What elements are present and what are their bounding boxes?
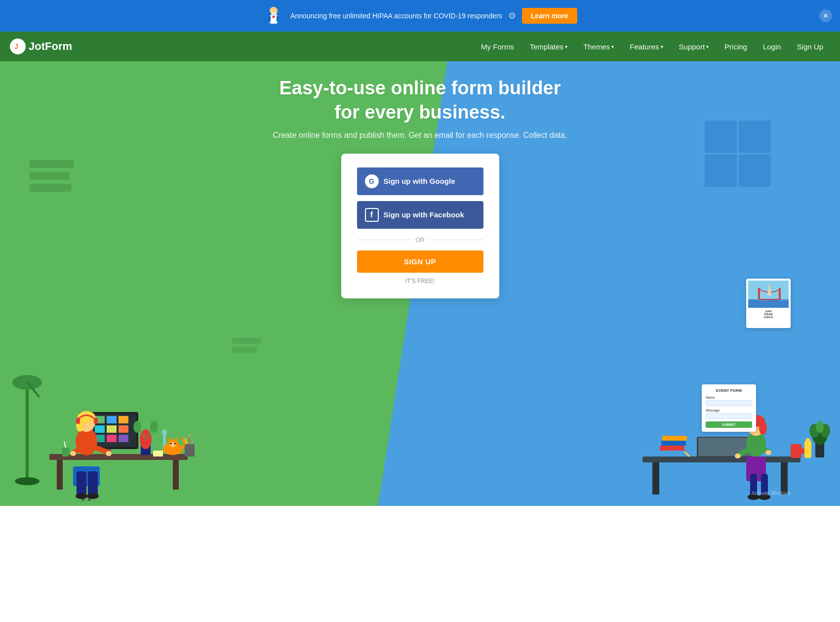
svg-point-47 <box>106 451 112 456</box>
facebook-icon: f <box>365 208 379 222</box>
left-person-illustration <box>0 358 247 506</box>
event-form-title: EVENT FORM <box>706 388 752 393</box>
svg-rect-3 <box>277 16 279 22</box>
svg-point-65 <box>162 429 167 436</box>
svg-line-57 <box>64 442 66 448</box>
svg-rect-53 <box>88 471 98 496</box>
nav-label-templates: Templates <box>530 42 563 51</box>
nav-item-templates[interactable]: Templates ▾ <box>523 39 574 55</box>
svg-point-55 <box>87 493 99 499</box>
nav-item-login[interactable]: Login <box>756 39 788 55</box>
svg-point-5 <box>268 12 271 15</box>
activate-windows-text: Activate Windows <box>752 491 791 496</box>
facebook-signup-label: Sign up with Facebook <box>384 210 464 219</box>
nav-label-themes: Themes <box>583 42 610 51</box>
google-signup-label: Sign up with Google <box>384 177 455 185</box>
nav-item-features[interactable]: Features ▾ <box>623 39 670 55</box>
hero-section: SANFRANCISCO Easy-to-use online form bui… <box>0 61 840 506</box>
event-form-name-input <box>706 400 752 406</box>
sf-card-text: SANFRANCISCO <box>763 310 773 319</box>
bottom-illustration <box>0 358 840 506</box>
chevron-down-icon: ▾ <box>661 44 663 49</box>
gear-icon: ⚙ <box>508 10 516 21</box>
its-free-text: IT'S FREE! <box>357 278 483 285</box>
banner-close-button[interactable]: ✕ <box>819 9 832 22</box>
nav-item-pricing[interactable]: Pricing <box>718 39 754 55</box>
svg-rect-82 <box>781 462 788 495</box>
svg-rect-32 <box>95 425 105 433</box>
svg-marker-69 <box>175 436 179 440</box>
svg-rect-56 <box>62 448 69 456</box>
banner-content: Announcing free unlimited HIPAA accounts… <box>263 5 577 27</box>
hero-title-line2: for every business. <box>334 102 505 123</box>
svg-rect-43 <box>76 418 80 424</box>
svg-rect-22 <box>173 460 179 490</box>
navbar: J JotForm My Forms Templates ▾ Themes ▾ … <box>0 32 840 61</box>
nav-label-signup: Sign Up <box>797 42 823 51</box>
nav-label-support: Support <box>679 42 705 51</box>
nav-item-signup[interactable]: Sign Up <box>790 39 830 55</box>
top-banner: Announcing free unlimited HIPAA accounts… <box>0 0 840 32</box>
chevron-down-icon: ▾ <box>611 44 614 49</box>
svg-point-72 <box>174 443 176 445</box>
signup-button[interactable]: SIGN UP <box>357 250 483 273</box>
svg-rect-44 <box>94 418 98 424</box>
banner-text: Announcing free unlimited HIPAA accounts… <box>290 12 502 20</box>
svg-point-71 <box>170 443 172 445</box>
svg-point-63 <box>150 421 158 433</box>
svg-rect-7 <box>273 15 274 18</box>
svg-point-112 <box>816 421 824 433</box>
nav-item-themes[interactable]: Themes ▾ <box>576 39 621 55</box>
svg-rect-100 <box>661 441 686 446</box>
right-person-illustration <box>593 358 840 506</box>
svg-rect-38 <box>119 435 128 442</box>
svg-line-79 <box>193 438 194 444</box>
google-signup-button[interactable]: G Sign up with Google <box>357 167 483 195</box>
event-form-name-label: Name <box>706 396 752 399</box>
svg-rect-37 <box>107 435 117 442</box>
divider-line-right <box>430 240 483 240</box>
small-bar-1 <box>232 338 262 344</box>
svg-marker-78 <box>189 434 191 437</box>
svg-point-17 <box>15 477 40 485</box>
event-form-decoration: EVENT FORM Name Message SUBMIT <box>702 384 756 432</box>
svg-rect-107 <box>806 438 810 442</box>
facebook-signup-button[interactable]: f Sign up with Facebook <box>357 201 483 229</box>
logo-text: JotForm <box>29 40 72 53</box>
banner-mascot <box>263 5 284 27</box>
signup-card: G Sign up with Google f Sign up with Fac… <box>341 154 499 298</box>
svg-rect-99 <box>660 446 684 451</box>
nav-label-my-forms: My Forms <box>481 42 514 51</box>
svg-rect-74 <box>185 444 195 456</box>
svg-rect-2 <box>269 16 271 22</box>
svg-rect-20 <box>49 454 188 460</box>
svg-point-61 <box>133 421 141 433</box>
google-icon: G <box>365 174 379 188</box>
svg-rect-101 <box>662 436 687 441</box>
nav-label-features: Features <box>630 42 659 51</box>
nav-item-my-forms[interactable]: My Forms <box>474 39 521 55</box>
logo[interactable]: J JotForm <box>10 39 72 54</box>
svg-rect-33 <box>107 425 117 433</box>
svg-point-89 <box>759 421 767 435</box>
close-icon: ✕ <box>823 12 829 20</box>
learn-more-button[interactable]: Learn more <box>522 8 577 24</box>
hero-title-normal: Easy-to-use <box>279 78 385 98</box>
svg-rect-29 <box>107 416 117 423</box>
nav-label-pricing: Pricing <box>724 42 747 51</box>
svg-point-48 <box>70 451 76 456</box>
hero-content: Easy-to-use online form builder for ever… <box>0 61 840 308</box>
logo-icon: J <box>10 39 26 54</box>
nav-item-support[interactable]: Support ▾ <box>672 39 716 55</box>
chevron-down-icon: ▾ <box>706 44 709 49</box>
or-text: OR <box>416 237 425 244</box>
svg-rect-52 <box>77 471 86 496</box>
or-divider: OR <box>357 237 483 244</box>
nav-label-login: Login <box>763 42 781 51</box>
event-form-message-input <box>706 413 752 419</box>
svg-point-92 <box>735 454 741 458</box>
svg-marker-68 <box>167 436 171 440</box>
hero-title: Easy-to-use online form builder for ever… <box>279 76 560 125</box>
svg-point-93 <box>765 450 771 455</box>
event-form-submit: SUBMIT <box>706 421 752 428</box>
